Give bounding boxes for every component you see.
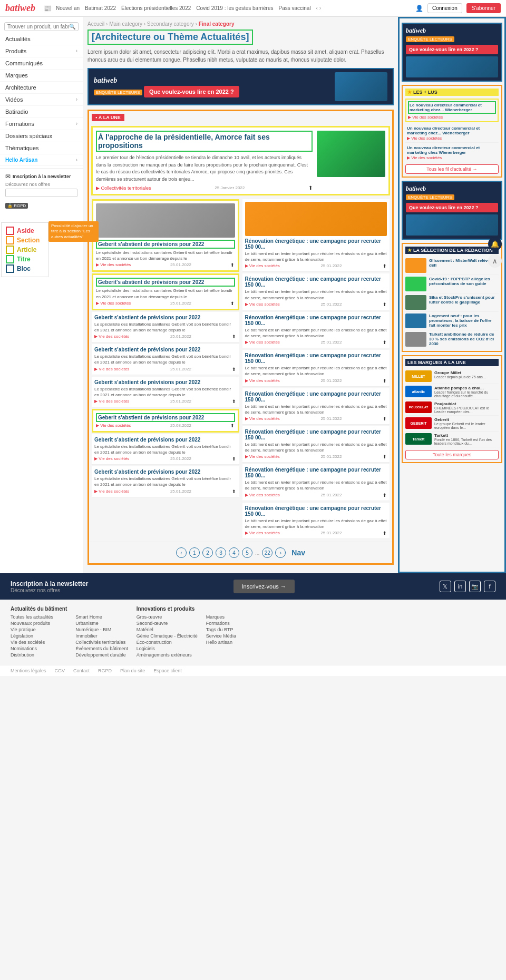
footer-link[interactable]: Second-œuvre [137,621,198,626]
article-category[interactable]: ▶ Vie des sociétés [96,301,131,306]
article-title[interactable]: Rénovation énergétique : une campagne po… [245,238,387,250]
article-title[interactable]: Rénovation énergétique : une campagne po… [245,276,387,288]
sidebar-item-architecture[interactable]: Architecture [0,82,83,94]
footer-link[interactable]: Vie des sociétés [11,640,67,645]
sidebar-item-dossiers[interactable]: Dossiers spéciaux [0,130,83,142]
sidebar-item-marques[interactable]: Marques [0,70,83,82]
article-title[interactable]: Rénovation énergétique : une campagne po… [245,505,387,517]
article-category[interactable]: ▶ Vie des sociétés [245,531,280,536]
footer-link[interactable]: Génie Climatique - Électricité [137,633,198,639]
share-icon[interactable]: ⬆ [232,367,236,372]
article-title[interactable]: Geberit s'abstient de prévisions pour 20… [96,413,235,422]
footer-link[interactable]: Aménagements extérieurs [137,652,198,658]
article-title[interactable]: Rénovation énergétique : une campagne po… [245,429,387,440]
share-icon[interactable]: ⬆ [230,301,235,306]
article-category[interactable]: ▶ Vie des sociétés [94,334,129,339]
footer-bottom-link-espace[interactable]: Espace client [153,668,182,673]
article-title[interactable]: Geberit s'abstient de prévisions pour 20… [94,315,237,320]
search-input[interactable] [7,24,69,30]
footer-nl-button[interactable]: Inscrivez-vous → [233,580,295,593]
facebook-icon[interactable]: f [484,581,495,592]
article-category[interactable]: ▶ Vie des sociétés [245,416,280,422]
header-nav-item-2[interactable]: Batimat 2022 [85,5,116,11]
page-button-22[interactable]: 22 [262,547,273,558]
article-category[interactable]: ▶ Vie des sociétés [94,399,129,404]
prev-page-button[interactable]: ‹ [176,547,187,558]
article-category[interactable]: ▶ Vie des sociétés [245,263,280,269]
page-button-2[interactable]: 2 [202,547,213,558]
footer-link[interactable]: Numérique - BIM [75,627,128,632]
selection-article-title[interactable]: Tarkett ambitionne de réduire de 30 % se… [429,332,499,346]
share-icon[interactable]: ⬆ [383,340,387,345]
article-title[interactable]: Rénovation énergétique : une campagne po… [245,315,387,326]
footer-bottom-link-cgv[interactable]: CGV [55,668,65,673]
subscribe-button[interactable]: S'abonner [466,3,501,13]
footer-link[interactable]: Gros-œuvre [137,614,198,620]
footer-link[interactable]: Urbanisme [75,621,128,626]
footer-link[interactable]: Législation [11,633,67,639]
sidebar-item-actualites[interactable]: Actualités [0,33,83,45]
article-title[interactable]: Rénovation énergétique : une campagne po… [245,352,387,364]
sidebar-item-communiques[interactable]: Communiqués [0,57,83,70]
share-icon[interactable]: ⬆ [383,493,387,498]
page-button-5[interactable]: 5 [242,547,252,558]
article-category[interactable]: ▶ Vie des sociétés [94,367,129,372]
page-button-1[interactable]: 1 [189,547,200,558]
footer-link[interactable]: Logiciels [137,646,198,651]
page-button-3[interactable]: 3 [216,547,226,558]
connexion-button[interactable]: Connexion [427,3,462,13]
selection-article-title[interactable]: Sika et StockPro s'unissent pour lutter … [429,295,499,305]
footer-link[interactable]: Distribution [11,652,67,658]
article-category[interactable]: ▶ Vie des sociétés [94,489,129,494]
footer-link[interactable]: Hello artisan [206,640,236,645]
article-title[interactable]: Geberit s'abstient de prévisions pour 20… [94,437,237,443]
article-category[interactable]: ▶ Vie des sociétés [245,454,280,459]
footer-link[interactable]: Marques [206,614,236,620]
share-icon[interactable]: ⬆ [232,489,236,494]
article-category[interactable]: ▶ Vie des sociétés [245,340,280,345]
footer-link[interactable]: Formations [206,621,236,626]
footer-link[interactable]: Collectivités territoriales [75,640,128,645]
article-title[interactable]: Geberit s'abstient de prévisions pour 20… [94,347,237,352]
footer-link[interactable]: Développement durable [75,652,128,658]
footer-link[interactable]: Nominations [11,646,67,651]
footer-link[interactable]: Smart Home [75,614,128,620]
featured-title[interactable]: À l'approche de la présidentielle, Amorc… [96,131,313,152]
share-icon[interactable]: ⬆ [232,456,236,462]
sidebar-item-thematiques[interactable]: Thématiques [0,142,83,154]
les-lus-article-title[interactable]: Un nouveau directeur commercial et marke… [407,126,497,135]
footer-link[interactable]: Immobilier [75,633,128,639]
footer-link[interactable]: Tags du BTP [206,627,236,632]
article-title[interactable]: Geberit s'abstient de prévisions pour 20… [94,469,237,475]
notification-button[interactable]: 🔔 [488,237,502,251]
share-icon[interactable]: ⬆ [232,399,236,404]
les-lus-article-title[interactable]: Un nouveau directeur commercial et marke… [407,145,497,155]
article-title[interactable]: Geberit's abstient de prévisions pour 20… [96,278,235,287]
next-page-button[interactable]: › [275,547,286,558]
twitter-icon[interactable]: 𝕏 [440,581,451,592]
footer-bottom-link-contact[interactable]: Contact [73,668,90,673]
article-title[interactable]: Rénovation énergétique : une campagne po… [245,467,387,478]
footer-link[interactable]: Éco-construction [137,640,198,645]
footer-link[interactable]: Nouveaux produits [11,621,67,626]
selection-article-title[interactable]: Covid-19 : l'OPPBTP allège les préconisa… [429,277,499,286]
share-icon[interactable]: ⬆ [383,263,387,269]
scroll-up-button[interactable]: ∧ [488,254,502,268]
footer-link[interactable]: Événements du bâtiment [75,646,128,651]
footer-bottom-link-rgpd[interactable]: RGPD [98,668,112,673]
sidebar-item-batiradio[interactable]: Batiradio [0,106,83,118]
breadcrumb-cat2[interactable]: Secondary category [147,21,194,27]
page-button-4[interactable]: 4 [229,547,239,558]
article-category[interactable]: ▶ Vie des sociétés [245,302,280,307]
article-title[interactable]: Geberit s'abstient de prévisions pour 20… [94,379,237,385]
rs-banner-1[interactable]: batiweb ENQUÊTE LECTEURS Que voulez-vous… [402,23,502,82]
header-nav-arrows[interactable]: ‹ › [316,5,321,11]
logo[interactable]: batiweb [5,3,35,14]
sidebar-item-formations[interactable]: Formations › [0,118,83,130]
footer-bottom-link-mentions[interactable]: Mentions légales [11,668,46,673]
footer-bottom-link-plan[interactable]: Plan du site [120,668,145,673]
sidebar-item-hello-artisan[interactable]: Hello Artisan › [0,154,83,166]
share-icon[interactable]: ⬆ [383,302,387,307]
top-banner[interactable]: batiweb ENQUÊTE LECTEURS Que voulez-vous… [87,68,394,105]
linkedin-icon[interactable]: in [454,581,466,592]
